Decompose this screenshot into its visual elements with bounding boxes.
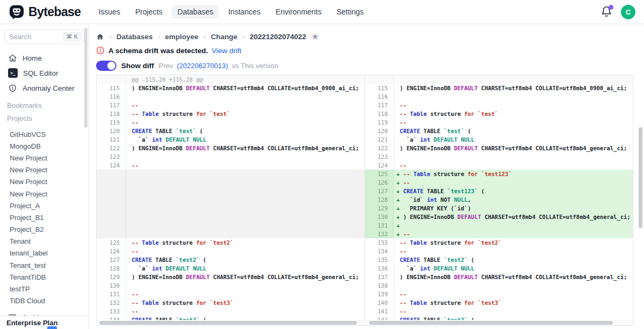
sidebar-project-item[interactable]: Project_B1 xyxy=(0,211,89,223)
code-line: -- Table structure for `test2` xyxy=(126,238,364,247)
nav-item-databases[interactable]: Databases xyxy=(172,5,219,19)
line-number: 131 xyxy=(365,221,394,230)
sidebar-project-item[interactable]: tenant_label xyxy=(0,247,89,259)
sidebar-nav: Home >_ SQL Editor Anomaly Center xyxy=(0,50,89,96)
line-number: 124 xyxy=(365,161,394,170)
diff-row: 140 -- Table structure for `test3` xyxy=(365,298,633,307)
code-line: + -- Table structure for `test123` xyxy=(394,170,633,178)
line-number: 133 xyxy=(97,307,126,316)
diff-row: 132 -- Table structure for `test3` xyxy=(97,298,364,307)
sidebar-item-sql-editor[interactable]: >_ SQL Editor xyxy=(0,65,89,81)
breadcrumb-item-change[interactable]: Change xyxy=(211,33,238,41)
breadcrumb-item-version[interactable]: 20221202074022 xyxy=(250,33,306,41)
app-window: Bytebase Issues Projects Databases Insta… xyxy=(0,0,644,329)
search-placeholder: Search xyxy=(9,33,63,41)
code-line xyxy=(126,195,364,204)
code-line: CREATE TABLE `test2` ( xyxy=(394,255,633,264)
code-line: + -- xyxy=(394,230,633,238)
nav-item-settings[interactable]: Settings xyxy=(331,5,370,19)
notifications-button[interactable] xyxy=(601,6,612,18)
sidebar-section-projects: Projects xyxy=(0,114,89,126)
nav-item-environments[interactable]: Environments xyxy=(269,5,327,19)
code-line: -- xyxy=(394,247,633,255)
show-diff-toggle[interactable] xyxy=(96,61,116,71)
sidebar-project-item[interactable]: New Project xyxy=(0,152,89,164)
line-number: 127 xyxy=(365,187,394,195)
diff-row: 141 -- xyxy=(365,307,633,316)
code-line: -- Table structure for `test3` xyxy=(394,298,633,307)
search-input[interactable]: Search ⌘ K xyxy=(4,30,84,44)
view-drift-link[interactable]: View drift xyxy=(212,47,241,55)
line-number: 123 xyxy=(365,152,394,161)
breadcrumb: › Databases › employee › Change › 202212… xyxy=(96,31,644,42)
code-line: -- Table structure for `test` xyxy=(394,109,633,118)
line-number xyxy=(97,170,126,178)
code-line: CREATE TABLE `test` ( xyxy=(394,127,633,135)
terminal-icon: >_ xyxy=(8,68,18,78)
sidebar-project-item[interactable]: New Project xyxy=(0,188,89,200)
breadcrumb-item-databases[interactable]: Databases xyxy=(116,33,153,41)
line-number: 121 xyxy=(97,135,126,144)
page-scrollbar-thumb[interactable] xyxy=(639,127,642,228)
diff-row: 132+ -- xyxy=(365,230,633,238)
code-line: @@ -115,20 +115,28 @@ xyxy=(126,75,364,84)
sidebar-project-item[interactable]: Project_B2 xyxy=(0,224,89,236)
diff-row: 130 xyxy=(97,281,364,290)
h-scrollbar-thumb-right[interactable] xyxy=(369,321,613,325)
sidebar-item-anomaly-center[interactable]: Anomaly Center xyxy=(0,81,89,96)
code-line: `a` int DEFAULT NULL xyxy=(126,264,364,273)
sidebar-project-item[interactable]: GitHubVCS xyxy=(0,128,89,140)
sidebar-section-bookmarks: Bookmarks xyxy=(0,101,89,113)
line-number: 129 xyxy=(365,204,394,213)
sidebar-project-item[interactable]: Project_A xyxy=(0,200,89,211)
code-line: -- xyxy=(126,290,364,298)
user-avatar[interactable]: C xyxy=(621,5,635,19)
diff-row: 131 -- xyxy=(97,290,364,298)
line-number: 121 xyxy=(365,135,394,144)
sidebar-project-item[interactable]: New Project xyxy=(0,176,89,188)
breadcrumb-item-database[interactable]: employee xyxy=(165,33,199,41)
diff-row xyxy=(97,213,364,221)
line-number: 138 xyxy=(365,281,394,290)
line-number: 137 xyxy=(365,273,394,281)
code-line xyxy=(126,92,364,101)
diff-row: 117 -- xyxy=(97,101,364,109)
nav-item-projects[interactable]: Projects xyxy=(129,5,169,19)
nav-item-instances[interactable]: Instances xyxy=(222,5,266,19)
line-number xyxy=(97,213,126,221)
code-line: -- xyxy=(126,161,364,170)
brand-home-link[interactable]: Bytebase xyxy=(9,4,80,20)
line-number: 119 xyxy=(97,118,126,127)
h-scrollbar-thumb-left[interactable] xyxy=(99,321,357,325)
nav-item-issues[interactable]: Issues xyxy=(92,5,126,19)
code-line xyxy=(126,221,364,230)
sidebar-item-home[interactable]: Home xyxy=(0,50,89,65)
diff-row xyxy=(97,195,364,204)
sidebar-project-item[interactable]: MongoDB xyxy=(0,140,89,152)
diff-row: 137 ) ENGINE=InnoDB DEFAULT CHARSET=utf8… xyxy=(365,273,633,281)
bookmark-star-icon[interactable]: ★ xyxy=(311,32,319,41)
line-number: 127 xyxy=(97,255,126,264)
code-line: ) ENGINE=InnoDB DEFAULT CHARSET=utf8mb4 … xyxy=(126,84,364,92)
prev-version-link[interactable]: (202206270013) xyxy=(177,62,228,70)
code-line: + -- xyxy=(394,178,633,187)
schema-drift-banner: A schema drift was detected. View drift xyxy=(96,45,644,56)
code-line: -- xyxy=(394,307,633,316)
top-nav: Bytebase Issues Projects Databases Insta… xyxy=(0,0,644,24)
sidebar-item-label: Anomaly Center xyxy=(23,84,75,92)
sidebar-project-item[interactable]: TenantTiDB xyxy=(0,271,89,283)
home-icon[interactable] xyxy=(96,33,104,41)
sidebar-project-item[interactable]: New Project xyxy=(0,164,89,176)
sidebar-project-item[interactable]: TiDB Cloud xyxy=(0,295,89,307)
home-icon xyxy=(8,54,17,63)
sidebar-project-item[interactable]: Tenant_test xyxy=(0,259,89,271)
code-line xyxy=(126,213,364,221)
diff-row: 133 -- xyxy=(97,307,364,316)
breadcrumb-separator: › xyxy=(109,32,112,41)
sidebar-project-item[interactable]: Tenant xyxy=(0,236,89,247)
shield-icon xyxy=(8,84,17,93)
sidebar-scrollbar[interactable] xyxy=(84,28,87,128)
diff-row: 136 `a` int DEFAULT NULL xyxy=(365,264,633,273)
code-line: -- xyxy=(394,101,633,109)
sidebar-project-item[interactable]: testTP xyxy=(0,283,89,295)
